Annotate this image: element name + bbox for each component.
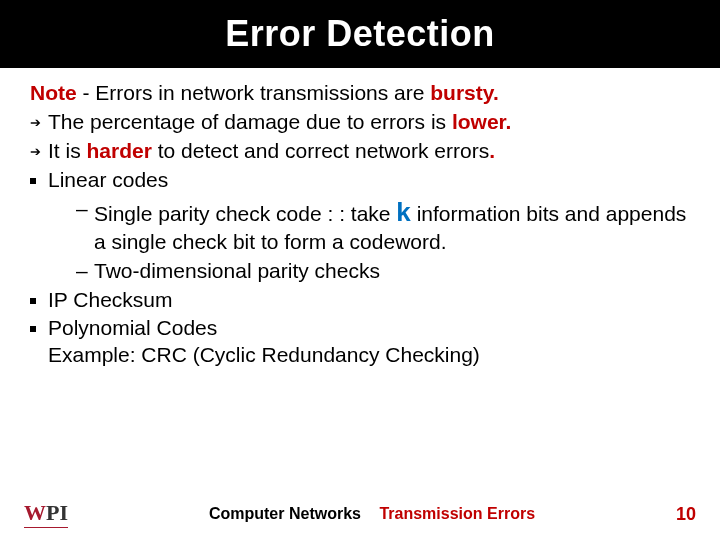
sub-two-dim: – Two-dimensional parity checks [30, 258, 690, 285]
slide-body: Note - Errors in network transmissions a… [0, 68, 720, 369]
wpi-logo: WPI [24, 500, 68, 528]
bullet-linear-codes: Linear codes [30, 167, 690, 194]
sub-text: Two-dimensional parity checks [94, 258, 690, 285]
sub-text: Single parity check code : : take k info… [94, 196, 690, 256]
footer-course: Computer Networks [209, 505, 361, 522]
txt: The percentage of damage due to errors i… [48, 110, 452, 133]
square-bullet-icon [30, 326, 36, 332]
note-text: Errors in network transmissions are [95, 81, 430, 104]
note-bursty: bursty [430, 81, 493, 104]
arrow-icon: ➔ [30, 138, 48, 161]
bullet-text: IP Checksum [48, 287, 690, 314]
sub-parity: – Single parity check code : : take k in… [30, 196, 690, 256]
lower-word: lower [452, 110, 506, 133]
logo-pi: PI [46, 500, 68, 526]
footer-topic: Transmission Errors [379, 505, 535, 522]
square-bullet-icon [30, 178, 36, 184]
note-dash: - [77, 81, 96, 104]
bullet-harder: ➔ It is harder to detect and correct net… [30, 138, 690, 165]
arrow-icon: ➔ [30, 109, 48, 132]
note-label: Note [30, 81, 77, 104]
bullet-text: It is harder to detect and correct netwo… [48, 138, 690, 165]
slide-footer: WPI Computer Networks Transmission Error… [0, 500, 720, 528]
txt: Single parity check code : : take [94, 202, 396, 225]
txt: It is [48, 139, 87, 162]
harder-word: harder [87, 139, 152, 162]
slide-title: Error Detection [225, 13, 495, 55]
dash-bullet-icon: – [76, 196, 94, 223]
bullet-text: Polynomial Codes Example: CRC (Cyclic Re… [48, 315, 690, 369]
crc-example: Example: CRC (Cyclic Redundancy Checking… [48, 343, 480, 366]
period: . [506, 110, 512, 133]
title-band: Error Detection [0, 0, 720, 68]
page-number: 10 [676, 504, 696, 525]
period: . [489, 139, 495, 162]
bullet-text: The percentage of damage due to errors i… [48, 109, 690, 136]
txt: Polynomial Codes [48, 316, 217, 339]
k-variable: k [396, 197, 410, 227]
footer-center: Computer Networks Transmission Errors [68, 505, 676, 523]
bullet-percentage: ➔ The percentage of damage due to errors… [30, 109, 690, 136]
square-bullet-icon [30, 298, 36, 304]
note-period: . [493, 81, 499, 104]
note-line: Note - Errors in network transmissions a… [30, 80, 690, 107]
dash-bullet-icon: – [76, 258, 94, 285]
bullet-ip-checksum: IP Checksum [30, 287, 690, 314]
bullet-text: Linear codes [48, 167, 690, 194]
bullet-polynomial: Polynomial Codes Example: CRC (Cyclic Re… [30, 315, 690, 369]
logo-w: W [24, 500, 46, 526]
txt: to detect and correct network errors [152, 139, 489, 162]
